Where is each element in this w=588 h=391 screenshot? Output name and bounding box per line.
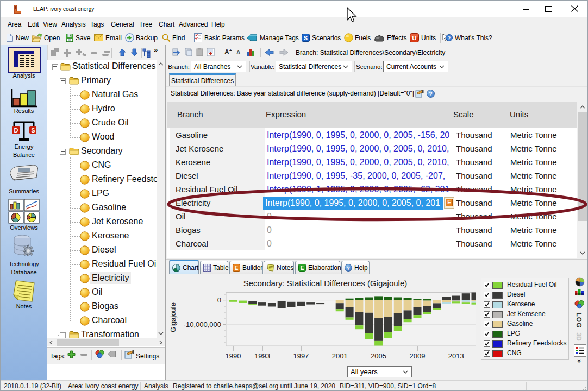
svg-text:U: U [412, 35, 416, 41]
svg-text:D: D [14, 127, 18, 134]
svg-text:S: S [304, 35, 308, 41]
svg-text:A: A [236, 49, 240, 55]
svg-text:A: A [224, 48, 229, 56]
svg-text:E: E [301, 265, 304, 271]
svg-text:?: ? [347, 265, 350, 271]
svg-text:S: S [31, 127, 35, 134]
svg-text:?: ? [429, 91, 432, 97]
svg-text:E: E [235, 265, 239, 271]
svg-text:+: + [229, 48, 232, 53]
svg-text:-: - [241, 48, 242, 53]
svg-text:?: ? [448, 35, 451, 41]
